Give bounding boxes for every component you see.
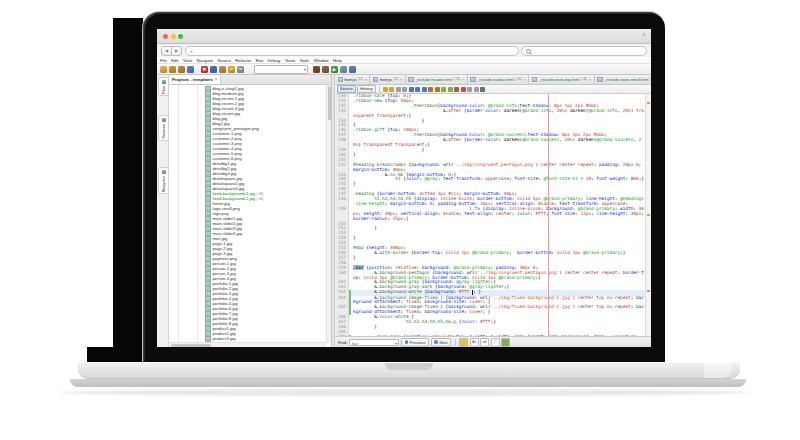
find-input[interactable]: ▾ bar [349,339,399,346]
history-nav: ◀ ▶ [161,46,182,56]
file-icon [597,77,603,83]
forward-button[interactable]: ▶ [172,46,182,56]
debug-project-icon[interactable] [340,66,347,73]
search-input[interactable] [521,46,647,56]
code-line-270: 270 .dark-mask {position: absolute;top: … [335,335,646,336]
menu-team[interactable]: Team [285,58,295,63]
editor-area: front.js[M]×front.js[M]×_include-header.… [335,75,651,347]
editor-tab--include-navbar-html[interactable]: _include-navbar.html[-/A]× [468,75,530,84]
close-icon[interactable]: × [588,75,591,84]
comment-icon[interactable] [461,87,466,92]
find-previous-button[interactable]: Previous [401,338,429,347]
line-number: 249 [335,207,349,222]
close-icon[interactable]: × [364,75,367,84]
wrap-search-toggle[interactable] [501,338,510,347]
open-project-icon[interactable] [178,66,185,73]
menu-tools[interactable]: Tools [299,58,309,63]
find-selection-icon[interactable] [402,87,407,92]
menu-window[interactable]: Window [314,58,329,63]
menu-edit[interactable]: Edit [171,58,178,63]
find-previous-icon[interactable] [409,87,414,92]
stripe-mark[interactable] [647,102,650,104]
menu-file[interactable]: File [160,58,167,63]
next-bookmark-icon[interactable] [435,87,440,92]
find-next-button[interactable]: Next [431,338,451,347]
toggle-bookmark-icon[interactable] [441,87,446,92]
image-file-icon [205,336,211,342]
find-label: Find: [338,340,347,345]
file-icon [532,77,538,83]
tab-projects[interactable]: Projects - templates × [169,75,221,84]
save-all-icon[interactable] [187,66,194,73]
minimized-window-navigator[interactable]: Navigator [158,167,169,194]
file-icon [338,77,344,83]
highlight-results-toggle[interactable] [459,338,468,347]
close-icon[interactable]: × [400,75,403,84]
last-edit-icon[interactable] [383,87,388,92]
back-icon[interactable] [389,87,394,92]
toggle-highlight-icon[interactable] [422,87,427,92]
copy-icon[interactable] [210,66,217,73]
next-icon [434,340,438,344]
window-controls [163,34,183,39]
next-error-icon[interactable] [448,87,453,92]
menu-source[interactable]: Source [218,58,231,63]
menu-help[interactable]: Help [333,58,342,63]
find-next-icon[interactable] [415,87,420,92]
macro-stop-icon[interactable] [480,87,485,92]
minimized-window-services[interactable]: Services [158,115,169,141]
close-icon[interactable]: × [461,75,464,84]
editor-tab--include-team-small-html[interactable]: _include-team-small.html[-/A]× [595,75,651,84]
close-icon[interactable]: × [523,75,526,84]
laptop-base [78,363,740,379]
whole-words-toggle[interactable]: ab [480,338,489,347]
uncomment-icon[interactable] [467,87,472,92]
previous-error-icon[interactable] [454,87,459,92]
source-view-button[interactable]: Source [337,85,356,93]
tree-vertical-scrollbar[interactable] [326,85,331,343]
close-window-button[interactable] [163,34,168,39]
new-project-icon[interactable] [169,66,176,73]
code-editor[interactable]: 230.ribbon-sale {top: 0;}231.ribbon-new … [335,94,651,336]
build-project-icon[interactable] [322,66,329,73]
config-combo[interactable]: ▾ [254,65,308,74]
chevron-down-icon: ▾ [395,340,397,347]
stripe-mark[interactable] [647,290,650,292]
editor-toolbar: Source History [335,85,651,94]
expand-icon[interactable]: ↗ [641,31,646,39]
close-icon[interactable]: × [215,75,218,84]
editor-tab--include-header-html[interactable]: _include-header.html[-/A]× [406,75,468,84]
menu-view[interactable]: View [183,58,192,63]
editor-tab--include-team-big-html[interactable]: _include-team-big.html[-/A]× [529,75,594,84]
history-view-button[interactable]: History [357,85,375,93]
run-project-icon[interactable]: ▶ [331,66,338,73]
regex-toggle[interactable]: .* [491,338,500,347]
clean-and-build-icon[interactable] [313,66,320,73]
stripe-mark[interactable] [647,214,650,216]
menu-navigate[interactable]: Navigate [196,58,213,63]
paste-icon[interactable] [219,66,226,73]
match-case-toggle[interactable]: Aa [470,338,479,347]
zoom-window-button[interactable] [178,34,183,39]
undo-icon[interactable]: ↶ [228,66,235,73]
editor-tab-front-js[interactable]: front.js[M]× [335,75,370,84]
previous-bookmark-icon[interactable] [428,87,433,92]
macro-start-icon[interactable] [474,87,479,92]
back-button[interactable]: ◀ [161,46,172,56]
redo-icon[interactable]: ↷ [237,66,244,73]
menu-refactor[interactable]: Refactor [235,58,251,63]
menu-debug[interactable]: Debug [268,58,280,63]
minimize-window-button[interactable] [171,34,176,39]
profile-project-icon[interactable] [349,66,356,73]
editor-tab-front-js[interactable]: front.js[M]× [370,75,405,84]
new-file-icon[interactable] [160,66,167,73]
tree-horizontal-scrollbar[interactable] [169,342,326,347]
ide-menubar: FileEditViewNavigateSourceRefactorRunDeb… [157,57,651,64]
cut-icon[interactable]: ✖ [201,66,208,73]
forward-icon[interactable] [396,87,401,92]
minimized-window-files[interactable]: Files [158,77,169,96]
url-field[interactable]: + [185,46,519,56]
menu-run[interactable]: Run [256,58,264,63]
editor-tab-row: front.js[M]×front.js[M]×_include-header.… [335,75,651,85]
error-stripe[interactable] [645,94,651,336]
